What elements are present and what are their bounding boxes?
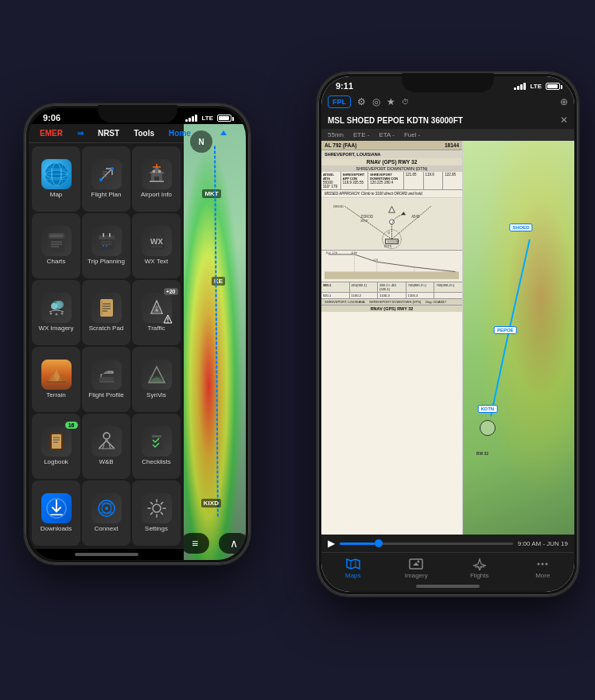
app-logbook[interactable]: 16 Logbook: [32, 414, 80, 479]
flight-header: MSL SHOED PEPOE KDTN 36000FT ✕: [321, 111, 574, 129]
app-flightprofile[interactable]: Flight Profile: [82, 347, 130, 412]
map-icon: [41, 159, 72, 189]
imagery-tab-icon: [408, 558, 424, 570]
compass-icon[interactable]: ◎: [372, 96, 380, 107]
svg-point-105: [538, 563, 540, 566]
svg-point-5: [99, 178, 103, 181]
timeline-fill: [340, 542, 375, 545]
left-map-section: N MKT KE KIXD ≡ ∧: [184, 124, 246, 560]
logbook-icon: 16: [41, 426, 72, 457]
right-signals: LTE: [514, 83, 560, 90]
left-battery: [217, 115, 231, 122]
left-time: 9:06: [43, 113, 60, 122]
svg-point-33: [60, 313, 63, 315]
charts-label: Charts: [47, 259, 66, 266]
nav-tools[interactable]: Tools: [130, 127, 158, 139]
svg-text:D: D: [388, 231, 391, 235]
app-scratchpad[interactable]: Scratch Pad: [82, 280, 130, 345]
app-terrain[interactable]: Terrain: [32, 347, 80, 412]
tab-imagery[interactable]: Imagery: [385, 558, 449, 579]
flight-title: MSL SHOED PEPOE KDTN 36000FT: [328, 116, 555, 125]
ete-label: ETE -: [353, 131, 369, 138]
approach-plate: AL 792 (FAA) 18144 SHREVEPORT, LOUISIANA…: [321, 141, 463, 535]
svg-rect-16: [50, 235, 63, 237]
freq-table: ATIS/D-ATIS 58160 319° 179 SHREVEPORT AP…: [321, 172, 462, 190]
app-traffic[interactable]: +20 Traffic: [132, 280, 181, 345]
gear-icon[interactable]: ⚙: [357, 96, 366, 107]
wp-pepoe: PEPOE: [494, 326, 517, 334]
right-route-svg: [463, 141, 574, 535]
svg-point-70: [153, 504, 161, 512]
synvis-label: SynVis: [146, 392, 166, 399]
svg-rect-10: [158, 170, 161, 173]
airportinfo-label: Airport Info: [141, 192, 172, 199]
clock-icon[interactable]: ⏱: [402, 98, 409, 106]
layers-button[interactable]: ≡: [184, 533, 209, 554]
svg-line-71: [215, 146, 218, 516]
app-checklists[interactable]: Checklists: [132, 414, 181, 479]
app-downloads[interactable]: Downloads: [32, 480, 80, 546]
chart-state-label: SHREVEPORT, LOUISIANA: [325, 152, 381, 157]
distance-val: 55nm: [328, 131, 344, 138]
freq-cell-6: 122.95: [443, 172, 462, 189]
app-map[interactable]: Map: [32, 146, 80, 212]
svg-point-106: [542, 563, 544, 566]
right-map-bg: SHOED PEPOE KDTN RW 32: [463, 141, 574, 535]
tab-bar: Maps Imagery Flights: [321, 552, 574, 581]
app-wxtext[interactable]: wx WX Text: [132, 213, 181, 278]
chevron-button[interactable]: ∧: [219, 533, 246, 554]
svg-rect-64: [152, 435, 161, 438]
tab-more[interactable]: More: [511, 558, 575, 579]
rwy-label: RW 32: [476, 451, 488, 456]
timeline-label: 9:00 AM - JUN 19: [518, 540, 568, 547]
play-button[interactable]: ▶: [328, 538, 335, 549]
timeline-track[interactable]: [340, 542, 513, 545]
app-flightplan[interactable]: Flight Plan: [82, 146, 130, 212]
wp-kdtn: KDTN: [478, 405, 498, 413]
app-settings[interactable]: Settings: [132, 480, 181, 546]
missed-approach-note: MISSED APPROACH: Climb to 3100 direct OR…: [321, 190, 462, 198]
eta-label: ETA -: [379, 131, 394, 138]
checklists-label: Checklists: [142, 459, 170, 466]
checklists-icon: [142, 426, 172, 457]
phone-right: 9:11 LTE FPL ⚙ ◎: [317, 72, 579, 597]
maps-tab-label: Maps: [345, 572, 361, 579]
svg-point-44: [167, 321, 169, 323]
svg-point-107: [546, 563, 548, 566]
wximagery-icon: [41, 293, 72, 323]
app-charts[interactable]: Charts: [32, 213, 80, 278]
nav-arrow[interactable]: ⇒: [74, 127, 87, 139]
app-connext[interactable]: Connext: [82, 480, 130, 546]
right-screen: 9:11 LTE FPL ⚙ ◎: [321, 76, 574, 592]
app-synvis[interactable]: SynVis: [132, 347, 181, 412]
app-tripplanning[interactable]: Trip Planning: [82, 213, 130, 278]
flights-tab-label: Flights: [470, 572, 489, 579]
svg-rect-49: [99, 377, 114, 382]
chart-approach-id: AL 792 (FAA): [325, 142, 356, 148]
svg-text:KDTN: KDTN: [384, 245, 392, 248]
fpl-button[interactable]: FPL: [328, 95, 351, 108]
svg-point-24: [106, 245, 107, 247]
tripplanning-label: Trip Planning: [88, 259, 125, 266]
tab-flights[interactable]: Flights: [448, 558, 511, 579]
chart-heading: 18144: [445, 142, 459, 148]
waypoint-kixd: KIXD: [201, 499, 221, 508]
synvis-icon: [142, 360, 172, 390]
nav-home[interactable]: Home: [165, 127, 194, 139]
bookmark-icon[interactable]: ★: [387, 96, 395, 107]
nav-emer[interactable]: EMER: [37, 127, 66, 139]
app-airportinfo[interactable]: Airport Info: [132, 146, 181, 212]
mins-header: 380-1 401(000-1) 380-1½ 401 (500-1) 740(…: [321, 282, 462, 292]
more-tab-icon: [535, 558, 550, 570]
gps-icon[interactable]: ⊕: [560, 96, 568, 107]
nav-nrst[interactable]: NRST: [95, 127, 122, 139]
mins-row2: 920-1 1100-2 1100-3 1100-3: [321, 292, 462, 298]
tab-maps[interactable]: Maps: [321, 558, 385, 579]
app-wximagery[interactable]: WX Imagery: [32, 280, 80, 345]
close-button[interactable]: ✕: [560, 115, 568, 126]
charts-icon: [41, 226, 72, 256]
distance-label: 55nm: [328, 131, 344, 138]
app-wb[interactable]: W&B: [82, 414, 130, 479]
svg-rect-8: [154, 177, 159, 181]
signal-bars-left: [185, 115, 197, 122]
